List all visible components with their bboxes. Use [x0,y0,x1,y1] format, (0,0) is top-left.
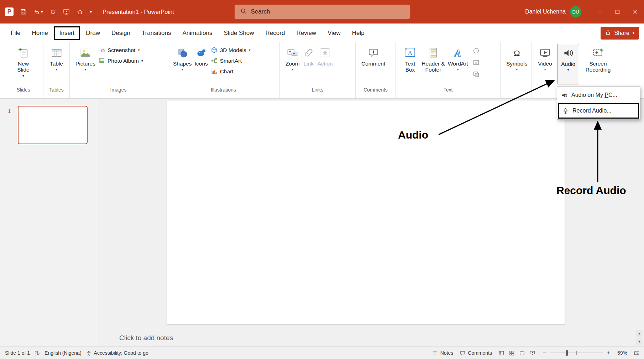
video-label: Video [538,61,552,67]
customize-toolbar-chevron-icon[interactable]: ▾ [90,10,92,14]
object-button[interactable] [472,69,481,79]
zoom-slider[interactable] [550,353,603,353]
comment-label: Comment [361,61,385,67]
slide-sorter-view-button[interactable] [509,350,515,356]
tab-review[interactable]: Review [290,26,322,40]
3d-models-button[interactable]: 3D Models ▾ [211,47,251,53]
chevron-down-icon: ▾ [249,48,251,52]
search-box[interactable]: Search [235,5,410,19]
accessibility-status[interactable]: Accessibility: Good to go [86,350,148,356]
zoom-out-button[interactable]: − [542,350,547,356]
language-indicator[interactable]: English (Nigeria) [44,350,81,356]
start-slideshow-icon[interactable] [63,9,70,15]
share-label: Share [614,30,629,36]
tab-insert[interactable]: Insert [54,26,80,40]
tab-home[interactable]: Home [26,26,53,40]
slideshow-view-button[interactable] [529,350,535,356]
zoom-slider-thumb[interactable] [566,350,568,356]
avatar[interactable]: DU [570,6,581,17]
accessibility-label: Accessibility: Good to go [94,350,148,356]
menu-item-record-audio[interactable]: Record Audio... [558,103,639,119]
powerpoint-logo-icon[interactable]: P [5,7,14,16]
group-illustrations: Shapes ▾ Icons 3D Models ▾ SmartArt [167,42,280,98]
spellcheck-icon[interactable] [34,350,40,356]
speaker-icon [561,92,568,99]
wordart-button[interactable]: A WordArt ▾ [446,44,470,84]
group-label-comments: Comments [356,86,395,94]
tab-design[interactable]: Design [106,26,136,40]
screen-recording-button[interactable]: Screen Recording [581,44,615,84]
chart-button[interactable]: Chart [211,68,251,75]
action-label: Action [318,61,333,67]
symbols-button[interactable]: Ω Symbols ▾ [505,44,529,84]
ribbon-insert: New Slide ▾ Slides Table ▾ Tables Pictur [0,42,644,99]
editor-area: Click to add notes ▲ ▼ [97,99,644,347]
share-chevron-icon[interactable]: ▾ [633,31,634,35]
video-button[interactable]: Video ▾ [535,44,555,84]
smartart-label: SmartArt [220,58,242,64]
screenshot-button[interactable]: Screenshot ▾ [98,47,143,53]
group-links: Zoom ▾ Link Action Links [280,42,356,98]
slide-number-button[interactable]: # [472,58,481,67]
undo-button[interactable]: ▾ [33,9,43,15]
zoom-level[interactable]: 59% [614,350,627,356]
slide-canvas[interactable] [167,100,565,324]
chevron-down-icon: ▾ [457,68,459,71]
date-time-button[interactable] [472,46,481,55]
shapes-label: Shapes [173,61,192,67]
share-button[interactable]: Share ▾ [601,27,639,40]
header-footer-button[interactable]: Header & Footer [420,44,446,84]
menu-item-audio-on-my-pc[interactable]: Audio on My PC... [558,87,639,103]
icons-label: Icons [195,61,208,67]
shapes-button[interactable]: Shapes ▾ [172,44,193,84]
notes-toggle[interactable]: Notes [432,350,454,356]
tab-draw[interactable]: Draw [80,26,106,40]
undo-chevron-icon[interactable]: ▾ [41,10,43,14]
maximize-button[interactable] [608,0,626,24]
tab-transitions[interactable]: Transitions [136,26,177,40]
link-label: Link [303,61,313,67]
tab-slide-show[interactable]: Slide Show [218,26,260,40]
save-button[interactable] [20,9,27,15]
group-tables: Table ▾ Tables [43,42,70,98]
tab-help[interactable]: Help [346,26,370,40]
close-button[interactable] [626,0,644,24]
fit-to-window-button[interactable] [634,350,640,356]
menu-item-label: Record Audio... [572,108,611,114]
smartart-icon [211,57,218,64]
home-icon[interactable] [77,9,83,15]
symbols-icon: Ω [511,46,523,59]
new-slide-button[interactable]: New Slide ▾ [14,44,33,84]
tab-record[interactable]: Record [260,26,291,40]
table-icon [51,46,63,59]
zoom-button[interactable]: Zoom ▾ [284,44,301,84]
svg-text:Ω: Ω [514,48,520,58]
notes-pane[interactable]: Click to add notes [97,329,644,347]
slide-thumbnail[interactable] [18,106,88,144]
photo-album-button[interactable]: Photo Album ▾ [98,57,143,64]
scroll-up-button[interactable]: ▲ [636,330,643,337]
group-label-links: Links [281,86,355,94]
user-name[interactable]: Daniel Uchenna [525,9,566,15]
comments-toggle[interactable]: Comments [460,350,492,356]
table-button[interactable]: Table ▾ [48,44,64,84]
audio-button-wrap: Audio ▾ Audio on My PC... Record Audio..… [557,44,579,84]
reading-view-button[interactable] [519,350,525,356]
group-text: A Text Box Header & Footer A WordArt ▾ # [396,42,501,98]
icons-button[interactable]: Icons [193,44,209,84]
minimize-button[interactable] [591,0,608,24]
group-symbols: Ω Symbols ▾ [501,42,532,98]
redo-button[interactable] [50,9,56,15]
tab-animations[interactable]: Animations [177,26,218,40]
normal-view-button[interactable] [498,350,504,356]
scroll-down-button[interactable]: ▼ [636,338,643,345]
comment-button[interactable]: Comment [360,44,387,84]
tab-file[interactable]: File [5,26,26,40]
pictures-button[interactable]: Pictures ▾ [74,44,97,84]
audio-button[interactable]: Audio ▾ [557,44,579,84]
text-box-button[interactable]: A Text Box [400,44,420,84]
tab-view[interactable]: View [322,26,346,40]
smartart-button[interactable]: SmartArt [211,57,251,64]
zoom-in-button[interactable]: + [606,350,611,356]
chevron-down-icon: ▾ [141,59,143,63]
